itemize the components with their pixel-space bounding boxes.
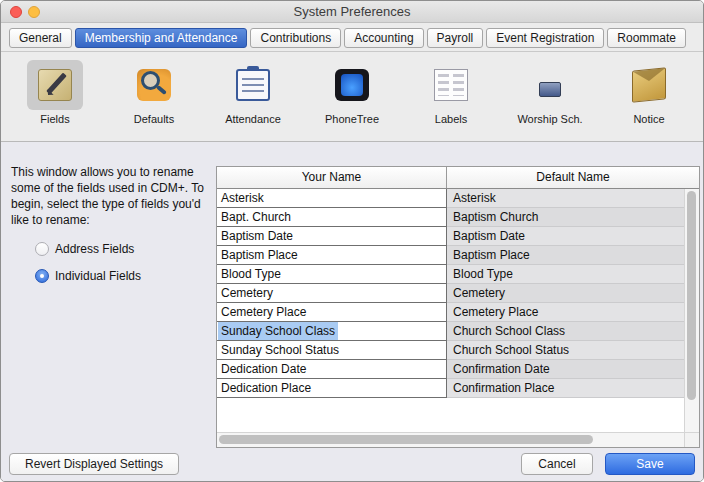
toolbar-item[interactable]: Labels (411, 60, 491, 125)
toolbar-item-label: Attendance (225, 113, 281, 125)
horizontal-scrollbar-thumb[interactable] (219, 435, 593, 444)
table-row[interactable]: Blood Type Blood Type (217, 265, 684, 284)
default-name-cell: Baptism Church (447, 208, 684, 227)
toolbar-item[interactable]: Worship Sch. (510, 60, 590, 125)
notice-envelopes-icon (632, 67, 666, 103)
toolbar-item-label: Labels (435, 113, 467, 125)
column-header-default-name: Default Name (447, 167, 699, 188)
window-title: System Preferences (1, 1, 703, 22)
default-name-cell: Church School Status (447, 341, 684, 360)
table-row[interactable]: Sunday School Status Church School Statu… (217, 341, 684, 360)
column-header-your-name: Your Name (217, 167, 447, 188)
your-name-value: Baptism Place (218, 246, 301, 264)
default-name-cell: Asterisk (447, 189, 684, 208)
tab-bar: General Membership and Attendance Contri… (1, 23, 703, 52)
toolbar-item-label: Notice (633, 113, 664, 125)
your-name-value: Sunday School Status (218, 341, 342, 359)
your-name-value: Blood Type (218, 265, 284, 283)
table-row[interactable]: Asterisk Asterisk (217, 189, 684, 208)
your-name-cell[interactable]: Cemetery (217, 284, 447, 303)
tab[interactable]: Payroll (427, 28, 484, 48)
radio-label: Individual Fields (55, 269, 141, 283)
table-row[interactable]: Baptism Place Baptism Place (217, 246, 684, 265)
tab[interactable]: Roommate (607, 28, 686, 48)
table-body: Asterisk Asterisk Bapt. Church Baptism C… (217, 189, 684, 432)
toolbar-item[interactable]: Attendance (213, 60, 293, 125)
toolbar-icon-box (621, 60, 677, 110)
toolbar-item-label: Defaults (134, 113, 174, 125)
your-name-value: Baptism Date (218, 227, 296, 245)
toolbar-icon-box (324, 60, 380, 110)
revert-displayed-settings-button[interactable]: Revert Displayed Settings (9, 453, 179, 475)
default-name-cell: Confirmation Place (447, 379, 684, 398)
phonetree-phone-icon (335, 69, 369, 101)
fields-rename-table: Your Name Default Name Asterisk Asterisk (216, 166, 700, 448)
your-name-cell[interactable]: Cemetery Place (217, 303, 447, 322)
your-name-value: Asterisk (218, 189, 267, 207)
tab[interactable]: Accounting (344, 28, 423, 48)
your-name-cell[interactable]: Asterisk (217, 189, 447, 208)
radio-button[interactable] (35, 242, 49, 256)
toolbar-item[interactable]: Notice (609, 60, 689, 125)
field-type-radio-group: Address Fields Individual Fields (35, 242, 141, 283)
radio-button[interactable] (35, 269, 49, 283)
table-row[interactable]: Dedication Place Confirmation Place (217, 379, 684, 398)
tab[interactable]: General (9, 28, 72, 48)
your-name-cell[interactable]: Sunday School Status (217, 341, 447, 360)
toolbar-item-label: Fields (40, 113, 69, 125)
your-name-cell[interactable]: Sunday School Class (217, 322, 447, 341)
default-name-cell: Blood Type (447, 265, 684, 284)
attendance-clipboard-icon (236, 69, 270, 101)
your-name-value: Cemetery (218, 284, 276, 302)
tab[interactable]: Contributions (250, 28, 341, 48)
tab[interactable]: Event Registration (486, 28, 604, 48)
toolbar-item[interactable]: Fields (15, 60, 95, 125)
horizontal-scrollbar[interactable] (217, 432, 684, 447)
content-pane: This window allows you to rename some of… (1, 141, 703, 481)
your-name-cell[interactable]: Blood Type (217, 265, 447, 284)
table-row[interactable]: Bapt. Church Baptism Church (217, 208, 684, 227)
description-text: This window allows you to rename some of… (11, 164, 211, 228)
radio-label: Address Fields (55, 242, 134, 256)
vertical-scrollbar[interactable] (684, 189, 699, 432)
your-name-value: Dedication Date (218, 360, 309, 378)
your-name-cell[interactable]: Bapt. Church (217, 208, 447, 227)
table-row[interactable]: Baptism Date Baptism Date (217, 227, 684, 246)
radio-option[interactable]: Individual Fields (35, 269, 141, 283)
system-preferences-window: System Preferences General Membership an… (0, 0, 704, 482)
toolbar-item-label: Worship Sch. (517, 113, 582, 125)
table-row[interactable]: Dedication Date Confirmation Date (217, 360, 684, 379)
toolbar-icon-box (522, 60, 578, 110)
pencil-fields-icon (38, 69, 72, 101)
your-name-cell[interactable]: Baptism Date (217, 227, 447, 246)
radio-option[interactable]: Address Fields (35, 242, 141, 256)
save-button[interactable]: Save (605, 453, 695, 475)
your-name-value: Cemetery Place (218, 303, 309, 321)
toolbar-icon-box (27, 60, 83, 110)
your-name-cell[interactable]: Dedication Place (217, 379, 447, 398)
your-name-cell[interactable]: Dedication Date (217, 360, 447, 379)
magnifier-defaults-icon (137, 69, 171, 101)
default-name-cell: Cemetery Place (447, 303, 684, 322)
toolbar-icon-box (225, 60, 281, 110)
cancel-button[interactable]: Cancel (521, 453, 593, 475)
labels-sheet-icon (434, 69, 468, 101)
your-name-value: Dedication Place (218, 379, 314, 397)
preferences-toolbar: Fields Defaults Attendance Phone (1, 52, 703, 141)
default-name-cell: Baptism Date (447, 227, 684, 246)
default-name-cell: Baptism Place (447, 246, 684, 265)
default-name-cell: Confirmation Date (447, 360, 684, 379)
table-row[interactable]: Sunday School Class Church School Class (217, 322, 684, 341)
tab[interactable]: Membership and Attendance (75, 28, 248, 48)
title-bar: System Preferences (1, 1, 703, 23)
vertical-scrollbar-thumb[interactable] (687, 191, 696, 400)
default-name-cell: Cemetery (447, 284, 684, 303)
toolbar-item-label: PhoneTree (325, 113, 379, 125)
table-row[interactable]: Cemetery Cemetery (217, 284, 684, 303)
worship-schedule-icon (539, 82, 561, 97)
toolbar-item[interactable]: Defaults (114, 60, 194, 125)
default-name-cell: Church School Class (447, 322, 684, 341)
your-name-cell[interactable]: Baptism Place (217, 246, 447, 265)
table-row[interactable]: Cemetery Place Cemetery Place (217, 303, 684, 322)
toolbar-item[interactable]: PhoneTree (312, 60, 392, 125)
